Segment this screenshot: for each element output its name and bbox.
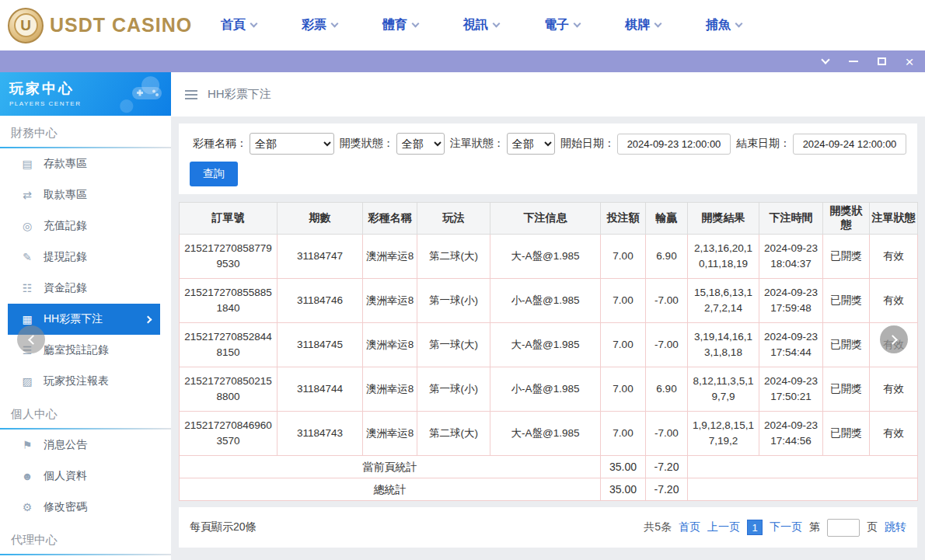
table-cell: 2152172708528448150: [180, 323, 278, 367]
table-cell: 已開獎: [823, 323, 870, 367]
table-header-cell: 下注時間: [759, 203, 823, 235]
table-row: 215217270846960357031184743澳洲幸运8第二球(大)大-…: [180, 412, 918, 456]
first-page-link[interactable]: 首页: [679, 520, 700, 534]
scroll-left-button[interactable]: [17, 325, 45, 353]
sidebar-item-label: HH彩票下注: [44, 312, 103, 326]
sidebar-item-profile[interactable]: ☻個人資料: [0, 461, 171, 492]
prev-page-link[interactable]: 上一页: [707, 520, 740, 534]
nav-item-label: 捕魚: [706, 17, 731, 33]
table-header-cell: 開獎結果: [688, 203, 759, 235]
table-header-cell: 開獎狀態: [823, 203, 870, 235]
pagination: 共5条 首页 上一页 1 下一页 第 页 跳转: [644, 519, 906, 537]
table-header-cell: 期數: [278, 203, 363, 235]
window-maximize-button[interactable]: [874, 54, 889, 69]
sidebar-item-withdraw[interactable]: ⇄取款專區: [0, 179, 171, 210]
table-cell: 7.00: [601, 412, 646, 456]
lottery-bet-icon: ▦: [20, 313, 34, 325]
next-page-link[interactable]: 下一页: [770, 520, 802, 534]
sidebar-item-label: 修改密碼: [44, 500, 87, 514]
summary-winloss-total: -7.20: [646, 456, 688, 478]
lottery-name-select[interactable]: 全部: [250, 133, 334, 155]
recharge-record-icon: ◎: [20, 220, 34, 232]
sidebar-item-change-password[interactable]: ⚙修改密碼: [0, 492, 171, 523]
window-minimize-button[interactable]: [846, 54, 861, 69]
gear-icon: ⚙: [20, 501, 34, 513]
coin-logo-icon: U: [8, 8, 44, 43]
table-cell: 大-A盤@1.985: [490, 412, 601, 456]
nav-item-slots[interactable]: 電子: [522, 0, 602, 50]
sidebar-item-recharge-record[interactable]: ◎充值記錄: [0, 210, 171, 242]
scroll-right-button[interactable]: [880, 325, 908, 353]
window-close-button[interactable]: [902, 54, 917, 69]
order-status-select[interactable]: 全部: [507, 133, 555, 155]
menu-toggle-icon[interactable]: [185, 90, 197, 99]
sidebar-item-withdrawal-record[interactable]: ✎提現記錄: [0, 242, 171, 273]
table-cell: 8,12,11,3,5,19,7,9: [688, 367, 759, 412]
breadcrumb: HH彩票下注: [171, 72, 925, 117]
table-body: 215217270858779953031184747澳洲幸运8第二球(大)大-…: [180, 235, 918, 501]
logo[interactable]: U USDT CASINO: [0, 8, 183, 43]
main-nav: 首頁彩票體育視訊電子棋牌捕魚: [198, 0, 764, 50]
table-header-cell: 玩法: [417, 203, 490, 235]
table-cell: 6.90: [646, 367, 688, 412]
summary-empty-cell: [688, 478, 918, 501]
search-button[interactable]: 查詢: [190, 162, 238, 186]
table-header-cell: 訂單號: [180, 203, 278, 235]
draw-status-select[interactable]: 全部: [396, 133, 445, 155]
table-cell: 有效: [870, 279, 918, 323]
table-cell: 2152172708502158800: [180, 367, 278, 412]
table-cell: 第二球(大): [417, 412, 490, 456]
order-status-label: 注單狀態：: [450, 137, 504, 151]
chevron-down-icon: [574, 20, 581, 28]
jump-label-suffix: 页: [867, 520, 878, 534]
chevron-down-icon: [735, 20, 743, 28]
jump-label-prefix: 第: [809, 520, 820, 534]
table-row: 215217270852844815031184745澳洲幸运8第一球(大)大-…: [180, 323, 918, 367]
summary-label: 總統計: [180, 478, 601, 501]
table-cell: 小-A盤@1.985: [490, 367, 601, 412]
current-page-button[interactable]: 1: [747, 520, 763, 535]
sidebar-item-label: 玩家投注報表: [44, 374, 109, 388]
bell-icon: ⚑: [20, 439, 34, 451]
section-label-personal-center: 個人中心: [0, 397, 171, 428]
chevron-left-icon: [28, 335, 38, 345]
table-cell: 澳洲幸运8: [363, 367, 417, 412]
sidebar-item-funds-record[interactable]: ☷資金記錄: [0, 273, 171, 304]
table-cell: 第一球(小): [417, 367, 490, 412]
player-report-icon: ▨: [20, 375, 34, 388]
sidebar-item-deposit[interactable]: ▤存款專區: [0, 148, 171, 179]
nav-item-live-video[interactable]: 視訊: [441, 0, 522, 50]
bet-table: 訂單號期數彩種名稱玩法下注信息投注額輸贏開獎結果下注時間開獎狀態注單狀態 215…: [179, 202, 918, 501]
page-title: HH彩票下注: [208, 87, 271, 102]
table-cell: -7.00: [646, 279, 688, 323]
page-jump-input[interactable]: [827, 519, 860, 537]
nav-item-label: 視訊: [463, 17, 488, 33]
nav-item-label: 體育: [382, 17, 407, 33]
funds-record-icon: ☷: [20, 282, 34, 294]
window-titlebar: [0, 50, 925, 72]
nav-item-label: 棋牌: [625, 17, 650, 33]
sidebar-item-label: 提現記錄: [44, 250, 87, 264]
nav-item-sports[interactable]: 體育: [360, 0, 441, 50]
nav-item-lottery[interactable]: 彩票: [279, 0, 360, 50]
nav-item-home[interactable]: 首頁: [198, 0, 279, 50]
start-date-input[interactable]: [617, 134, 731, 155]
table-row: 215217270855885184031184746澳洲幸运8第一球(小)小-…: [180, 279, 918, 323]
end-date-input[interactable]: [793, 134, 906, 155]
page-summary-row: 當前頁統計35.00-7.20: [180, 456, 918, 478]
top-header: U USDT CASINO 首頁彩票體育視訊電子棋牌捕魚: [0, 0, 925, 50]
nav-item-fishing[interactable]: 捕魚: [683, 0, 764, 50]
table-cell: 澳洲幸运8: [363, 235, 417, 279]
sidebar-item-announcements[interactable]: ⚑消息公告: [0, 430, 171, 461]
nav-item-board-games[interactable]: 棋牌: [602, 0, 683, 50]
jump-button[interactable]: 跳转: [885, 520, 906, 534]
table-cell: 第一球(大): [417, 323, 490, 367]
sidebar-item-label: 充值記錄: [44, 219, 87, 233]
table-cell: 2024-09-23 18:04:37: [759, 235, 823, 279]
table-cell: 31184743: [278, 412, 363, 456]
table-cell: 7.00: [601, 279, 646, 323]
summary-bet-total: 35.00: [601, 478, 646, 501]
sidebar-item-player-bet-report[interactable]: ▨玩家投注報表: [0, 366, 171, 397]
window-collapse-button[interactable]: [818, 54, 833, 69]
table-cell: -7.00: [646, 323, 688, 367]
